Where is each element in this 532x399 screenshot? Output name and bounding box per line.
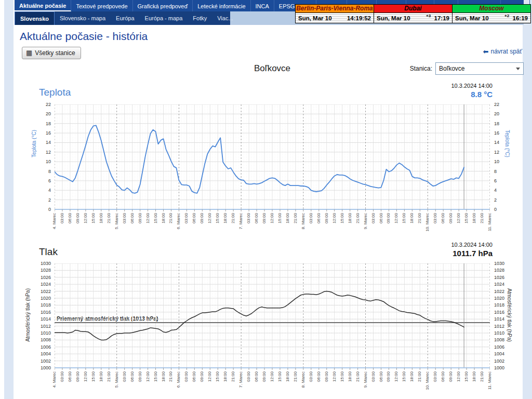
pressure-x-tick: 12:00 xyxy=(394,371,399,384)
temperature-y-tick-right: 4 xyxy=(494,188,511,193)
pressure-y-tick-right: 1006 xyxy=(494,344,511,350)
pressure-x-tick: 8. Marec xyxy=(301,371,306,390)
pressure-x-tick: 06:00 xyxy=(130,371,135,384)
subnav-tab-eur-pa[interactable]: Európa xyxy=(111,11,139,25)
pressure-x-tick: 5. Marec xyxy=(114,371,119,390)
nav-tab-textov-predpovede[interactable]: Textové predpovede xyxy=(71,0,132,11)
pressure-x-tick: 09:00 xyxy=(75,371,81,384)
temperature-y-tick-right: 12 xyxy=(494,150,511,155)
pressure-x-tick: 11. Marec xyxy=(487,371,493,392)
temperature-x-tick: 06:00 xyxy=(379,213,384,225)
pressure-x-tick: 18:00 xyxy=(161,371,166,384)
all-stations-label: Všetky stanice xyxy=(35,49,75,57)
temperature-x-tick: 11. Marec xyxy=(487,213,493,233)
pressure-y-axis-title-left: Atmosférický tlak (hPa) xyxy=(25,288,31,342)
pressure-x-tick: 21:00 xyxy=(480,371,485,384)
pressure-x-tick: 03:00 xyxy=(371,371,376,384)
temperature-x-tick: 12:00 xyxy=(207,213,212,225)
subnav-tab-eur-pa-mapa[interactable]: Európa - mapa xyxy=(140,11,188,25)
pressure-y-tick-left: 1010 xyxy=(34,330,51,336)
pressure-y-tick-left: 1024 xyxy=(34,282,51,287)
pressure-series-line xyxy=(55,291,464,340)
all-stations-button[interactable]: ▦ Všetky stanice xyxy=(22,47,81,59)
pressure-y-tick-right: 1000 xyxy=(494,365,511,370)
temperature-x-tick: 09:00 xyxy=(200,213,205,225)
temperature-x-tick: 06:00 xyxy=(68,213,73,225)
pressure-y-tick-right: 1008 xyxy=(494,337,511,342)
pressure-x-tick: 18:00 xyxy=(472,371,477,384)
station-select[interactable]: Boľkovce xyxy=(435,62,524,75)
pressure-x-tick: 03:00 xyxy=(122,371,127,384)
temperature-x-tick: 12:00 xyxy=(456,213,461,225)
pressure-x-tick: 21:00 xyxy=(355,371,361,384)
pressure-y-tick-left: 1026 xyxy=(34,275,51,280)
temperature-x-tick: 12:00 xyxy=(145,213,151,225)
pressure-x-tick: 15:00 xyxy=(340,371,345,384)
pressure-x-tick: 21:00 xyxy=(168,371,174,384)
subnav-tab-slovensko[interactable]: Slovensko xyxy=(15,11,55,25)
pressure-x-tick: 15:00 xyxy=(464,371,469,384)
clock-datetime: Sun, Mar 10+2 16:19 xyxy=(453,13,530,23)
pressure-x-tick: 9. Marec xyxy=(363,371,368,390)
pressure-x-tick: 15:00 xyxy=(153,371,158,384)
temperature-y-tick-right: 8 xyxy=(494,169,511,174)
pressure-x-tick: 6. Marec xyxy=(176,371,181,390)
pressure-y-tick-left: 1022 xyxy=(34,289,51,294)
pressure-x-tick: 18:00 xyxy=(285,371,290,384)
temperature-y-tick-right: 16 xyxy=(494,130,511,136)
subnav-tab-fotky[interactable]: Fotky xyxy=(188,11,212,25)
subnav-tab-viac[interactable]: Viac... xyxy=(212,11,238,25)
temperature-x-tick: 06:00 xyxy=(130,213,135,225)
temperature-x-tick: 09:00 xyxy=(262,213,267,225)
temperature-current-value: 8.8 °C xyxy=(409,90,493,99)
pressure-y-tick-left: 1016 xyxy=(34,310,51,315)
station-select-label: Stanica: xyxy=(391,65,432,72)
temperature-x-tick: 8. Marec xyxy=(301,213,306,231)
temperature-x-tick: 15:00 xyxy=(91,213,96,225)
pressure-x-tick: 15:00 xyxy=(277,371,283,384)
pressure-y-tick-right: 1002 xyxy=(494,358,511,364)
back-link-label: návrat späť xyxy=(490,48,522,56)
temperature-plot xyxy=(55,104,490,212)
pressure-x-tick: 21:00 xyxy=(417,371,422,384)
right-side-strip xyxy=(523,0,532,399)
temperature-x-tick: 18:00 xyxy=(161,213,166,225)
temperature-x-tick: 15:00 xyxy=(402,213,407,225)
temperature-x-tick: 10. Marec xyxy=(425,213,430,234)
clock-date: Sun, Mar 10 xyxy=(455,15,489,21)
temperature-y-tick-right: 18 xyxy=(494,121,511,126)
pressure-y-tick-left: 1020 xyxy=(34,296,51,301)
temperature-x-tick: 12:00 xyxy=(83,213,88,225)
pressure-y-tick-right: 1028 xyxy=(494,268,511,273)
temperature-x-tick: 15:00 xyxy=(277,213,283,225)
pressure-x-tick: 18:00 xyxy=(409,371,415,384)
pressure-x-tick: 18:00 xyxy=(99,371,104,384)
temperature-x-tick: 21:00 xyxy=(168,213,174,225)
temperature-y-tick-left: 16 xyxy=(34,130,51,136)
nav-tab-inca[interactable]: INCA xyxy=(251,0,274,11)
temperature-x-tick: 21:00 xyxy=(107,213,112,225)
back-link[interactable]: ⬅ návrat späť xyxy=(483,48,522,56)
pressure-chart-title: Tlak xyxy=(39,246,58,258)
temperature-y-tick-right: 2 xyxy=(494,197,511,203)
clock-datetime: Sun, Mar 1014:19:52 xyxy=(296,13,374,23)
clock-dubai: DubaiSun, Mar 10+3 17:19 xyxy=(374,4,453,23)
temperature-x-tick: 06:00 xyxy=(316,213,322,225)
temperature-x-tick: 9. Marec xyxy=(363,213,368,231)
temperature-x-tick: 12:00 xyxy=(332,213,337,225)
temperature-y-tick-left: 4 xyxy=(34,188,51,193)
nav-tab-aktu-lne-po-asie[interactable]: Aktuálne počasie xyxy=(15,0,71,11)
nav-tab-leteck-inform-cie[interactable]: Letecké informácie xyxy=(193,0,250,11)
pressure-x-tick: 03:00 xyxy=(309,371,314,384)
pressure-x-tick: 12:00 xyxy=(270,371,275,384)
temperature-x-tick: 09:00 xyxy=(75,213,81,225)
pressure-x-tick: 03:00 xyxy=(60,371,65,384)
temperature-y-tick-left: 2 xyxy=(34,197,51,203)
temperature-x-tick: 21:00 xyxy=(417,213,422,225)
temperature-x-tick: 5. Marec xyxy=(114,213,119,231)
pressure-y-tick-left: 1004 xyxy=(34,351,51,356)
temperature-y-tick-right: 22 xyxy=(494,102,511,107)
pressure-x-tick: 09:00 xyxy=(200,371,205,384)
subnav-tab-slovensko-mapa[interactable]: Slovensko - mapa xyxy=(55,11,111,25)
nav-tab-grafick-predpove[interactable]: Grafická predpoveď xyxy=(133,0,193,11)
